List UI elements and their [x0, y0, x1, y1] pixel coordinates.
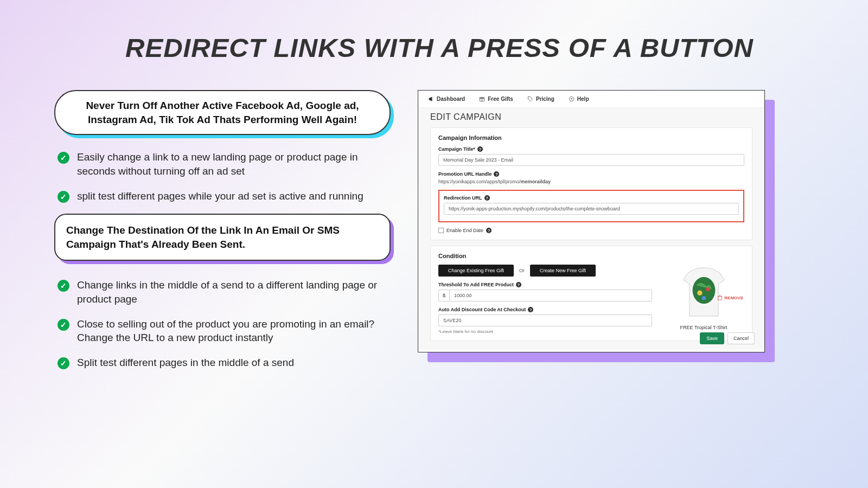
bullet-text: Split test different pages in the middle… — [77, 356, 294, 370]
campaign-info-card: Campaign Information Campaign Title*? Pr… — [430, 127, 752, 240]
checkbox-icon[interactable] — [438, 228, 444, 233]
callout-primary: Never Turn Off Another Active Facebook A… — [54, 90, 391, 135]
discount-hint: *Leave blank for no discount — [438, 329, 652, 334]
checkmark-icon: ✓ — [58, 357, 69, 369]
svg-text:?: ? — [571, 98, 573, 101]
app-screenshot-column: Dashboard Free Gifts Pricing ?Help EDIT … — [418, 90, 765, 381]
checkmark-icon: ✓ — [58, 280, 69, 292]
trash-icon — [717, 295, 723, 300]
section-heading: Condition — [438, 253, 744, 259]
nav-help[interactable]: ?Help — [569, 96, 589, 102]
bullet-item: ✓ Close to selling out of the product yo… — [54, 317, 391, 345]
redirect-highlight-box: Redirection URL? — [438, 190, 744, 222]
svg-point-7 — [706, 287, 710, 292]
checkmark-icon: ✓ — [58, 152, 69, 164]
callout-secondary: Change The Destination Of the Link In An… — [54, 214, 391, 261]
svg-point-8 — [701, 296, 706, 300]
remove-button[interactable]: REMOVE — [717, 295, 743, 300]
nav-dashboard[interactable]: Dashboard — [428, 96, 465, 102]
promo-url-value: https://yonikapps.com/apps/tpl/promo/mem… — [438, 179, 744, 184]
tooltip-icon[interactable]: ? — [486, 228, 492, 233]
bullet-text: Close to selling out of the product you … — [77, 317, 391, 345]
tshirt-image — [678, 265, 730, 322]
app-screenshot: Dashboard Free Gifts Pricing ?Help EDIT … — [418, 90, 765, 352]
bullet-text: Easily change a link to a new landing pa… — [77, 150, 391, 178]
bullet-text: split test different pages while your ad… — [77, 189, 363, 203]
svg-point-6 — [697, 291, 703, 296]
discount-input[interactable] — [438, 314, 652, 326]
checkmark-icon: ✓ — [58, 319, 69, 331]
currency-prefix: $ — [438, 290, 449, 301]
promo-url-label: Promotion URL Handle? — [438, 171, 744, 177]
callout-primary-text: Never Turn Off Another Active Facebook A… — [54, 90, 391, 135]
create-gift-button[interactable]: Create New Free Gift — [530, 265, 596, 277]
callout-secondary-text: Change The Destination Of the Link In An… — [54, 214, 391, 261]
or-text: Or — [519, 268, 525, 273]
save-button[interactable]: Save — [700, 332, 724, 344]
nav-free-gifts[interactable]: Free Gifts — [479, 96, 513, 102]
nav-pricing[interactable]: Pricing — [527, 96, 554, 102]
cancel-button[interactable]: Cancel — [727, 332, 755, 344]
bullet-item: ✓ Change links in the middle of a send t… — [54, 278, 391, 306]
app-nav: Dashboard Free Gifts Pricing ?Help — [418, 91, 764, 108]
condition-card: Condition Change Existing Free Gift Or C… — [430, 246, 752, 341]
change-gift-button[interactable]: Change Existing Free Gift — [438, 265, 514, 277]
bullet-text: Change links in the middle of a send to … — [77, 278, 391, 306]
campaign-title-input[interactable] — [438, 154, 744, 166]
svg-rect-9 — [718, 297, 722, 300]
discount-label: Auto Add Discount Code At Checkout? — [438, 307, 652, 312]
tooltip-icon[interactable]: ? — [516, 282, 521, 287]
section-heading: Campaign Information — [438, 134, 744, 141]
tag-icon — [527, 96, 533, 102]
tooltip-icon[interactable]: ? — [477, 146, 483, 152]
app-page-title: EDIT CAMPAIGN — [430, 112, 752, 122]
help-icon: ? — [569, 96, 575, 102]
product-name: FREE Tropical T-Shirt — [663, 325, 744, 330]
bullet-item: ✓ Easily change a link to a new landing … — [54, 150, 391, 178]
bullet-item: ✓ split test different pages while your … — [54, 189, 391, 203]
redirect-url-input[interactable] — [444, 203, 739, 215]
threshold-label: Threshold To Add FREE Product? — [438, 282, 652, 287]
redirect-url-label: Redirection URL? — [444, 195, 739, 201]
enable-end-date-row[interactable]: Enable End Date ? — [438, 228, 744, 233]
campaign-title-label: Campaign Title*? — [438, 146, 744, 152]
checkmark-icon: ✓ — [58, 191, 69, 203]
tooltip-icon[interactable]: ? — [484, 195, 490, 201]
marketing-left-column: Never Turn Off Another Active Facebook A… — [54, 90, 391, 381]
megaphone-icon — [428, 96, 434, 102]
tooltip-icon[interactable]: ? — [528, 307, 533, 312]
threshold-input[interactable] — [449, 290, 652, 301]
page-title: REDIRECT LINKS WITH A PRESS OF A BUTTON — [54, 33, 825, 63]
tooltip-icon[interactable]: ? — [494, 171, 499, 177]
gift-icon — [479, 96, 485, 102]
bullet-item: ✓ Split test different pages in the midd… — [54, 356, 391, 370]
